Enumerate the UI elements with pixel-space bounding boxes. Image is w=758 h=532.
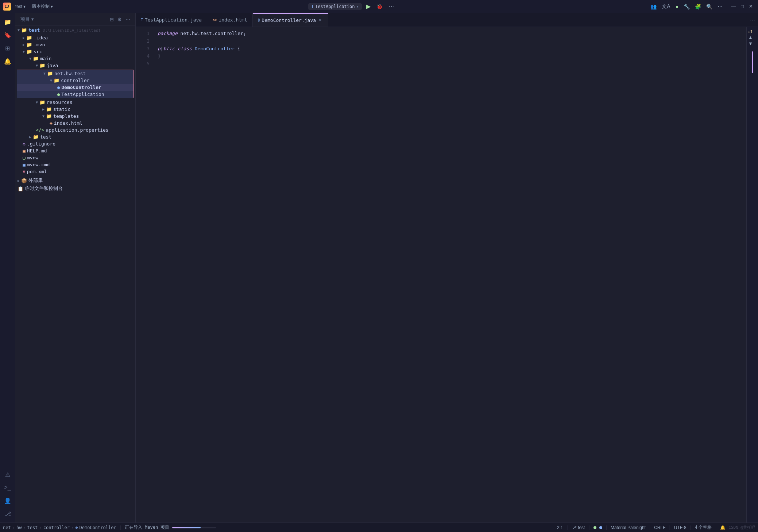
tree-item-static[interactable]: ▶ 📁 static [15, 106, 135, 113]
app-icon: T [311, 4, 314, 9]
sidebar-structure-btn[interactable]: ⊞ [1, 42, 14, 54]
window-controls: — □ ✕ [729, 3, 755, 10]
tree-root[interactable]: ▼ 📁 test D:\Files\IDEA_Files\test [15, 26, 135, 34]
breadcrumb-net: net [3, 525, 11, 530]
tree-item-pomxml[interactable]: V pom.xml [15, 168, 135, 175]
maximize-btn[interactable]: □ [739, 3, 746, 10]
tree-item-controller[interactable]: ▼ 📁 controller [17, 77, 134, 84]
notifications-btn[interactable]: 🔔 [720, 525, 726, 530]
tree-item-mvnwcmd[interactable]: ▣ mvnw.cmd [15, 161, 135, 168]
user-collab-btn[interactable]: 👥 [649, 3, 658, 11]
line-numbers: 1 2 3 4 5 [136, 27, 153, 523]
file-icon: <> [212, 18, 217, 22]
progress-bar [172, 527, 201, 528]
more-options-btn[interactable]: ⋯ [716, 3, 724, 11]
code-editor: 1 2 3 4 5 package net.hw.test.controller… [136, 27, 758, 523]
status-right: 2:1 | ⎇ test | | Material Palenight | CR… [557, 524, 755, 531]
more-run-btn[interactable]: ⋯ [387, 3, 396, 11]
tree-more-btn[interactable]: ⋯ [124, 16, 132, 23]
caret-icon: ▶ [29, 135, 31, 139]
run-button[interactable]: ▶ [365, 3, 372, 10]
tabs-bar: T TestApplication.java <> index.html D D… [136, 13, 758, 27]
debug-button[interactable]: 🐞 [375, 4, 384, 9]
tab-label: index.html [218, 17, 247, 23]
item-label: DemoController [61, 85, 101, 90]
tree-item-package[interactable]: ▼ 📁 net.hw.test [17, 70, 134, 77]
folder-icon: 📁 [26, 49, 32, 54]
caret-icon: ▼ [42, 114, 45, 118]
encoding-btn[interactable]: UTF-8 [674, 525, 687, 530]
item-label: mvnw.cmd [27, 162, 50, 167]
tree-item-mvnw[interactable]: ▢ mvnw [15, 154, 135, 161]
tree-item-main[interactable]: ▼ 📁 main [15, 55, 135, 62]
gutter-up-btn[interactable]: ▲ [748, 34, 753, 40]
tab-democontroller[interactable]: D DemoController.java ✕ [253, 13, 328, 27]
import-status: 正在导入 Maven 项目 [125, 524, 170, 531]
tree-item-resources[interactable]: ▼ 📁 resources [15, 99, 135, 106]
tree-item-test[interactable]: ▶ 📁 test [15, 133, 135, 140]
gutter-down-btn[interactable]: ▼ [748, 40, 753, 47]
search-btn[interactable]: 🔍 [704, 3, 714, 11]
project-menu-btn[interactable]: test ▾ [13, 3, 28, 10]
tree-item-helpmd[interactable]: ▣ HELP.md [15, 147, 135, 154]
caret-icon: ▶ [42, 107, 45, 111]
tree-item-testapplication[interactable]: ● TestApplication [17, 91, 134, 98]
item-label: HELP.md [27, 148, 47, 154]
theme-btn[interactable]: Material Palenight [611, 525, 646, 530]
sidebar-git-btn[interactable]: ⎇ [1, 508, 14, 520]
line-num-4: 4 [136, 53, 150, 60]
code-content[interactable]: package net.hw.test.controller; p|blic c… [153, 27, 746, 523]
run-config: T TestApplication ▾ [308, 3, 362, 10]
breadcrumb-democontroller: DemoController [79, 525, 116, 530]
tree-item-indexhtml[interactable]: ◈ index.html [15, 120, 135, 127]
tree-settings-btn[interactable]: ⚙ [116, 16, 123, 23]
sidebar-user-btn[interactable]: 👤 [1, 495, 14, 506]
cursor-position[interactable]: 2:1 [557, 525, 563, 530]
tabs-menu-btn[interactable]: ⋯ [747, 16, 758, 24]
tree-item-democontroller[interactable]: ● DemoController [17, 84, 134, 91]
sidebar-project-btn[interactable]: 📁 [1, 16, 14, 28]
sidebar-bookmark-btn[interactable]: 🔖 [1, 29, 14, 41]
item-label: .mvn [34, 42, 45, 47]
tab-indexhtml[interactable]: <> index.html [207, 13, 253, 27]
item-label: TestApplication [61, 92, 104, 97]
sidebar-terminal-btn[interactable]: >_ [1, 482, 14, 493]
sidebar-notifications-btn[interactable]: 🔔 [1, 55, 14, 67]
tab-close-btn[interactable]: ✕ [317, 18, 323, 23]
main-layout: 📁 🔖 ⊞ 🔔 ⚠ >_ 👤 ⎇ 项目 ▾ ⊟ ⚙ ⋯ [0, 13, 758, 523]
item-label: net.hw.test [54, 71, 86, 76]
tree-collapse-btn[interactable]: ⊟ [108, 16, 115, 23]
settings-btn[interactable]: 🔧 [682, 3, 692, 11]
tree-item-java[interactable]: ▼ 📁 java [15, 62, 135, 69]
caret-icon: ▼ [29, 57, 31, 61]
minimize-btn[interactable]: — [729, 3, 738, 10]
tree-item-src[interactable]: ▼ 📁 src [15, 48, 135, 55]
tree-item-idea[interactable]: ▶ 📁 .idea [15, 34, 135, 41]
caret-icon: ▶ [23, 36, 25, 40]
tree-item-temp[interactable]: 📋 临时文件和控制台 [15, 185, 135, 193]
status-dot-warn [599, 526, 602, 529]
file-icon: D [258, 18, 260, 23]
tree-item-mvn[interactable]: ▶ 📁 .mvn [15, 41, 135, 48]
item-label: .idea [34, 35, 48, 40]
code-line-4: } [158, 53, 746, 60]
sidebar-problems-btn[interactable]: ⚠ [1, 469, 14, 480]
git-branch[interactable]: ⎇ test [572, 525, 585, 530]
translate-btn[interactable]: 文A [660, 2, 672, 11]
item-label: 外部库 [28, 177, 43, 184]
vcs-menu-btn[interactable]: 版本控制 ▾ [30, 3, 55, 10]
online-btn[interactable]: ● [674, 3, 680, 11]
breadcrumb-class: ⊙ [75, 525, 78, 530]
plugins-btn[interactable]: 🧩 [693, 3, 703, 11]
project-dropdown-btn[interactable]: 项目 ▾ [19, 15, 35, 23]
indent-btn[interactable]: 4 个空格 [695, 524, 712, 531]
caret-icon: ▼ [50, 78, 52, 82]
tree-item-templates[interactable]: ▼ 📁 templates [15, 113, 135, 120]
tree-item-appprops[interactable]: </> application.properties [15, 127, 135, 133]
package-icon: 📁 [54, 78, 59, 83]
close-btn[interactable]: ✕ [747, 3, 755, 10]
line-separator-btn[interactable]: CRLF [654, 525, 665, 530]
tree-item-gitignore[interactable]: ◇ .gitignore [15, 140, 135, 147]
tree-item-external-libs[interactable]: ▶ 📦 外部库 [15, 176, 135, 185]
tab-testapplication[interactable]: T TestApplication.java [136, 13, 207, 27]
